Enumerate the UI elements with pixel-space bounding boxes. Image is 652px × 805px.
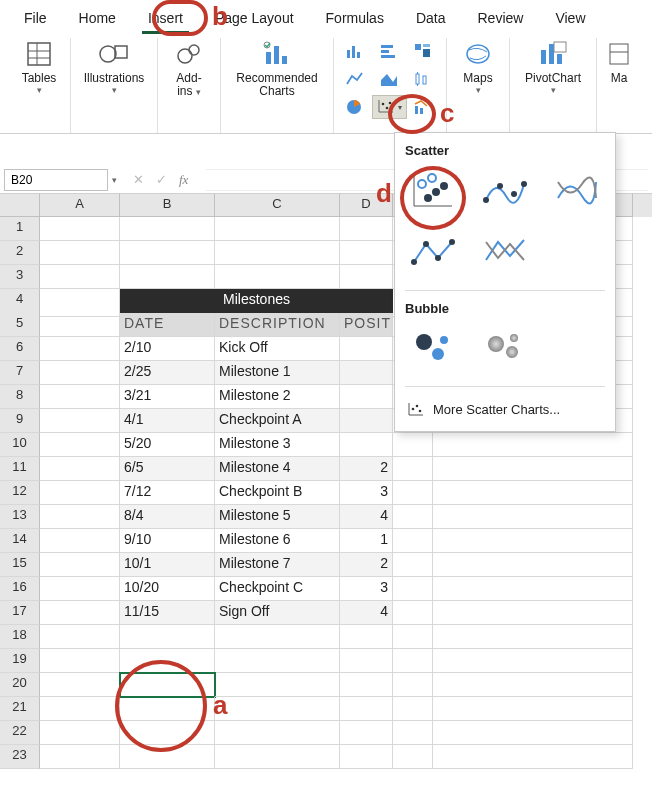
cell[interactable] [433, 481, 633, 505]
cell[interactable]: Milestone 7 [215, 553, 340, 577]
illustrations-button[interactable]: Illustrations ▾ [79, 40, 149, 95]
column-chart-button[interactable] [342, 40, 368, 62]
cell[interactable]: 4/1 [120, 409, 215, 433]
cell[interactable] [340, 721, 393, 745]
cell[interactable] [433, 721, 633, 745]
cell[interactable]: Milestone 4 [215, 457, 340, 481]
cell[interactable] [40, 481, 120, 505]
cell[interactable] [340, 361, 393, 385]
cell[interactable]: 10/20 [120, 577, 215, 601]
cell[interactable] [215, 745, 340, 769]
cell[interactable] [40, 313, 120, 337]
cell[interactable] [393, 649, 433, 673]
cancel-icon[interactable]: ✕ [133, 172, 144, 188]
line-chart-button[interactable] [342, 68, 368, 90]
tab-file[interactable]: File [8, 4, 63, 34]
cell[interactable]: Milestone 2 [215, 385, 340, 409]
tab-page-layout[interactable]: Page Layout [199, 4, 310, 34]
cell[interactable] [215, 241, 340, 265]
cell[interactable] [393, 529, 433, 553]
row-header[interactable]: 11 [0, 457, 40, 481]
cell[interactable] [393, 601, 433, 625]
cell[interactable] [393, 721, 433, 745]
cell[interactable] [393, 481, 433, 505]
col-header[interactable]: B [120, 194, 215, 217]
cell[interactable]: 11/15 [120, 601, 215, 625]
cut-off-group[interactable]: Ma [605, 40, 633, 85]
cell[interactable] [393, 433, 433, 457]
cell[interactable] [40, 385, 120, 409]
row-header[interactable]: 15 [0, 553, 40, 577]
cell[interactable] [40, 673, 120, 697]
cell[interactable]: Kick Off [215, 337, 340, 361]
cell[interactable]: 2 [340, 553, 393, 577]
combo-chart-button[interactable] [410, 96, 436, 118]
row-header[interactable]: 16 [0, 577, 40, 601]
cell[interactable] [120, 217, 215, 241]
cell[interactable]: 10/1 [120, 553, 215, 577]
bubble-3d-option[interactable] [477, 324, 531, 372]
cell[interactable]: Milestone 6 [215, 529, 340, 553]
cell[interactable] [40, 697, 120, 721]
cell[interactable]: 5/20 [120, 433, 215, 457]
col-header[interactable]: C [215, 194, 340, 217]
cell[interactable] [40, 457, 120, 481]
cell[interactable] [215, 265, 340, 289]
cell[interactable] [393, 577, 433, 601]
cell[interactable] [393, 505, 433, 529]
more-scatter-charts-link[interactable]: More Scatter Charts... [405, 397, 605, 425]
maps-button[interactable]: Maps ▾ [455, 40, 501, 95]
cell[interactable]: DATE [120, 313, 215, 337]
cell[interactable]: 1 [340, 529, 393, 553]
bubble-option[interactable] [405, 324, 459, 372]
cell[interactable] [340, 217, 393, 241]
recommended-charts-button[interactable]: Recommended Charts [229, 40, 325, 98]
row-header[interactable]: 20 [0, 673, 40, 697]
row-header[interactable]: 8 [0, 385, 40, 409]
col-header[interactable]: D [340, 194, 393, 217]
cell[interactable] [40, 361, 120, 385]
row-header[interactable]: 21 [0, 697, 40, 721]
row-header[interactable]: 2 [0, 241, 40, 265]
cell[interactable]: POSIT [340, 313, 393, 337]
cell[interactable]: Milestone 5 [215, 505, 340, 529]
cell[interactable] [40, 625, 120, 649]
cell[interactable] [433, 553, 633, 577]
cell[interactable] [433, 625, 633, 649]
cell[interactable] [340, 745, 393, 769]
cell[interactable] [40, 553, 120, 577]
cell[interactable]: DESCRIPTION [215, 313, 340, 337]
cell[interactable] [340, 625, 393, 649]
cell[interactable]: 7/12 [120, 481, 215, 505]
cell[interactable] [120, 649, 215, 673]
cell[interactable] [120, 625, 215, 649]
cell[interactable] [433, 433, 633, 457]
tab-insert[interactable]: Insert [132, 4, 199, 34]
row-header[interactable]: 9 [0, 409, 40, 433]
cell[interactable] [340, 385, 393, 409]
scatter-smooth-option[interactable] [549, 166, 603, 214]
cell[interactable] [340, 433, 393, 457]
cell[interactable]: 4 [340, 601, 393, 625]
cell[interactable] [433, 697, 633, 721]
cell[interactable] [433, 505, 633, 529]
cell[interactable] [120, 265, 215, 289]
cell[interactable] [215, 697, 340, 721]
cell[interactable]: Checkpoint B [215, 481, 340, 505]
cell[interactable] [40, 577, 120, 601]
area-chart-button[interactable] [376, 68, 402, 90]
col-header[interactable]: A [40, 194, 120, 217]
row-header[interactable]: 7 [0, 361, 40, 385]
pivotchart-button[interactable]: PivotChart ▾ [518, 40, 588, 95]
cell[interactable] [215, 649, 340, 673]
cell[interactable]: 3/21 [120, 385, 215, 409]
cell[interactable]: Milestone 1 [215, 361, 340, 385]
cell[interactable]: 2/10 [120, 337, 215, 361]
cell[interactable] [40, 529, 120, 553]
cell[interactable] [40, 745, 120, 769]
cell[interactable] [40, 505, 120, 529]
cell[interactable] [120, 721, 215, 745]
cell[interactable] [340, 409, 393, 433]
row-header[interactable]: 23 [0, 745, 40, 769]
cell[interactable]: Milestone 3 [215, 433, 340, 457]
